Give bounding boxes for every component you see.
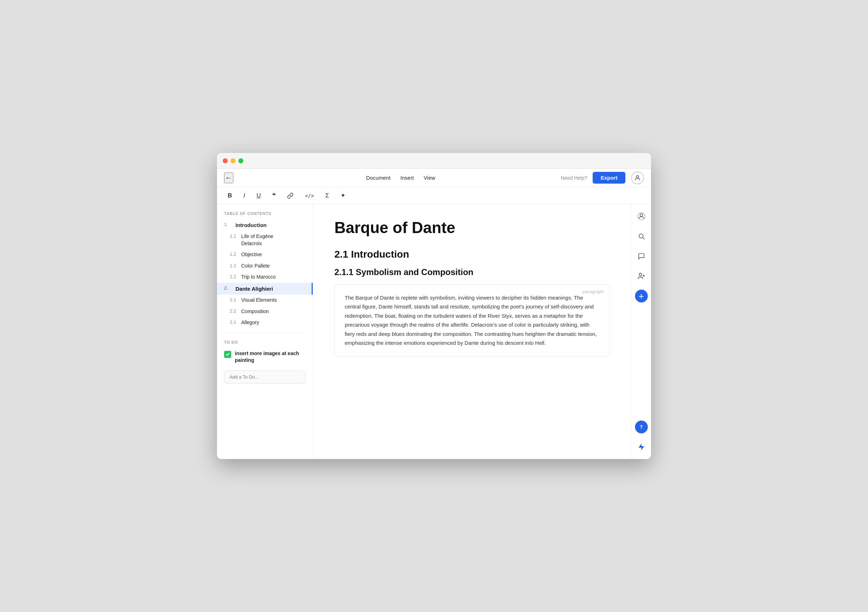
todo-item: insert more images at each painting [217, 348, 313, 366]
svg-point-3 [639, 234, 643, 238]
toc-item-visual[interactable]: 2.1 Visual Elements [217, 295, 313, 306]
minimize-button[interactable] [231, 158, 236, 163]
toc-item-trip[interactable]: 1.2 Trip to Marocco [217, 272, 313, 283]
svg-marker-8 [639, 443, 644, 450]
lightning-icon[interactable] [635, 441, 648, 453]
section-2-1-1-heading: 2.1.1 Symbolism and Composition [335, 267, 610, 277]
svg-point-0 [636, 176, 639, 178]
toc-item-life[interactable]: 1.1 Life of EugèneDelacroix [217, 231, 313, 249]
bold-button[interactable]: B [226, 191, 234, 201]
todo-title: TO DO [217, 337, 313, 348]
main-layout: TABLE OF CONTENTS 1. Introduction 1.1 Li… [217, 204, 651, 459]
close-button[interactable] [223, 158, 228, 163]
quote-button[interactable]: ❝ [270, 190, 278, 201]
todo-text: insert more images at each painting [235, 350, 305, 364]
toc-item-objective[interactable]: 1.2 Objective [217, 249, 313, 261]
paragraph-block: paragraph The Barque of Dante is replete… [335, 284, 610, 357]
toc-item-composition[interactable]: 2.2 Composition [217, 306, 313, 317]
sidebar: TABLE OF CONTENTS 1. Introduction 1.1 Li… [217, 204, 313, 459]
help-link[interactable]: Need Help? [561, 175, 587, 181]
right-panel: + ? [631, 204, 651, 459]
add-todo-input[interactable] [224, 370, 305, 384]
toc-item-color[interactable]: 1.1 Color Pallete [217, 261, 313, 272]
svg-line-4 [642, 238, 644, 239]
menu-bar: ← Document Insert View Need Help? Export [217, 169, 651, 187]
help-button[interactable]: ? [635, 421, 648, 433]
search-icon[interactable] [635, 230, 648, 243]
comment-icon[interactable] [635, 250, 648, 263]
toolbar: B I U ❝ </> Σ ✦ [217, 187, 651, 204]
toc-item-introduction[interactable]: 1. Introduction [217, 219, 313, 231]
title-bar [217, 153, 651, 169]
menu-document[interactable]: Document [366, 175, 390, 181]
formula-button[interactable]: Σ [323, 191, 332, 201]
toc-item-dante[interactable]: 2. Dante Alighieri [217, 283, 313, 295]
section-2-1-heading: 2.1 Introduction [335, 249, 610, 260]
menu-insert[interactable]: Insert [401, 175, 414, 181]
menu-items: Document Insert View [240, 175, 561, 181]
svg-point-5 [639, 273, 642, 276]
todo-checkbox[interactable] [224, 351, 231, 358]
menu-right: Need Help? Export [561, 171, 644, 184]
app-window: ← Document Insert View Need Help? Export… [217, 153, 651, 459]
user-profile-icon[interactable] [635, 210, 648, 223]
code-button[interactable]: </> [303, 191, 316, 200]
link-button[interactable] [285, 191, 296, 200]
maximize-button[interactable] [238, 158, 243, 163]
doc-title: Barque of Dante [335, 219, 610, 237]
user-profile-button[interactable] [631, 171, 644, 184]
italic-button[interactable]: I [241, 191, 247, 201]
toc-item-allegory[interactable]: 2.1 Allegory [217, 317, 313, 328]
paragraph-text: The Barque of Dante is replete with symb… [345, 293, 600, 348]
block-type-label: paragraph [583, 289, 604, 294]
ai-button[interactable]: ✦ [338, 190, 347, 201]
add-button[interactable]: + [635, 290, 648, 303]
toc-title: TABLE OF CONTENTS [217, 211, 313, 219]
traffic-lights [223, 158, 243, 163]
add-user-icon[interactable] [635, 270, 648, 283]
underline-button[interactable]: U [254, 191, 263, 201]
svg-point-1 [640, 214, 642, 216]
back-button[interactable]: ← [224, 172, 233, 183]
content-area: Barque of Dante 2.1 Introduction 2.1.1 S… [313, 204, 631, 459]
menu-view[interactable]: View [424, 175, 435, 181]
export-button[interactable]: Export [593, 172, 625, 183]
